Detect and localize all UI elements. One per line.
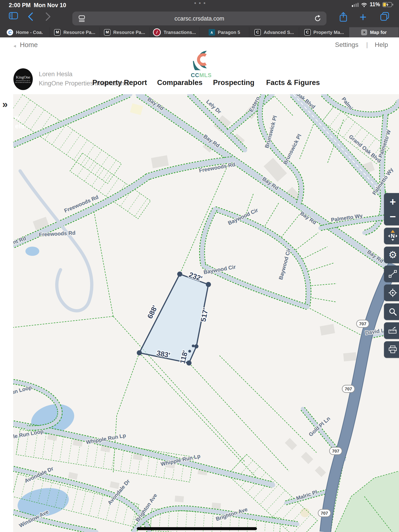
badge-line: PROPERTIES [16, 80, 30, 82]
gear-icon: ⚙ [388, 250, 397, 260]
ccmls-text-mls: MLS [200, 72, 212, 78]
parcel-vertex[interactable] [206, 282, 211, 287]
measure-distance-button[interactable] [384, 322, 399, 339]
browser-tab[interactable]: CProperty Ma... [299, 27, 349, 38]
hidden-layer-label: w [14, 113, 20, 121]
close-tab-icon[interactable]: × [361, 29, 367, 35]
svg-text:707: 707 [345, 386, 352, 391]
map-canvas[interactable]: Bay RdBay RdBay RdBay RdBay RdLely DrEst… [13, 94, 399, 532]
svg-text:707: 707 [332, 449, 339, 454]
ccmls-logo-icon [192, 49, 211, 71]
hidden-layer-label: els [15, 122, 25, 130]
home-indicator[interactable] [137, 527, 257, 530]
tab-overview-icon[interactable] [380, 12, 390, 22]
c-dark-favicon-icon: C [254, 29, 261, 36]
collapsed-side-panel: » [0, 94, 13, 532]
route-shield: 707 [318, 509, 331, 517]
battery-charging-icon [382, 2, 393, 8]
browser-tab[interactable]: CHome - Coa. [0, 27, 50, 38]
route-shield: 707 [342, 385, 355, 393]
search-icon [388, 307, 397, 316]
map-settings-button[interactable]: ⚙ [384, 247, 399, 263]
browser-tab[interactable]: ×Map for [349, 27, 399, 38]
camera-dots-icon: ● ● ● [194, 1, 206, 5]
address-bar[interactable]: ccarsc.crsdata.com [72, 12, 327, 25]
parcel-vertex[interactable] [187, 361, 192, 366]
transactions-red-favicon-icon: / [153, 28, 161, 36]
tab-label: Paragon 5 [218, 30, 240, 35]
coastal-wave-favicon-icon: C [7, 29, 13, 36]
compass-west-icon [388, 234, 390, 237]
svg-text:707: 707 [321, 511, 328, 516]
browser-tab[interactable]: /Transactions... [150, 27, 200, 38]
agent-brokerage-logo: KingOne PROPERTIES INTERNATIONAL [13, 68, 33, 90]
cellular-signal-icon [352, 2, 359, 7]
back-icon[interactable] [28, 13, 33, 21]
page-header: ◂ Home Settings | Help CCMLS KingOne PRO… [0, 38, 399, 95]
printer-icon [388, 345, 397, 354]
home-link[interactable]: Home [20, 41, 38, 49]
clock: 2:00 PM [9, 2, 31, 9]
tab-label: Resource Pa... [113, 30, 145, 35]
compass-north-icon [391, 230, 395, 233]
help-link[interactable]: Help [375, 41, 388, 49]
route-shield: 707 [329, 447, 342, 455]
sidebar-toggle-icon[interactable] [9, 12, 18, 20]
parcel-vertex[interactable] [177, 272, 182, 277]
print-button[interactable] [384, 341, 399, 358]
tab-label: Advanced S... [264, 30, 294, 35]
tab-label: Map for [370, 30, 386, 35]
crosshair-icon [388, 288, 397, 298]
compass-letter: N [391, 233, 395, 239]
map-container: Bay RdBay RdBay RdBay RdBay RdLely DrEst… [0, 94, 399, 532]
settings-link[interactable]: Settings [335, 41, 358, 49]
parcel-vertex[interactable] [137, 350, 142, 355]
browser-tab[interactable]: MResource Pa... [100, 27, 150, 38]
my-location-button[interactable] [384, 285, 399, 301]
browser-toolbar: ccarsc.crsdata.com + [0, 10, 399, 27]
badge-line: INTERNATIONAL [15, 82, 31, 83]
forward-icon[interactable] [45, 13, 51, 21]
compass-button[interactable]: N [384, 228, 399, 244]
new-tab-icon[interactable]: + [360, 10, 367, 24]
parcel-vertex[interactable] [192, 344, 194, 347]
nav-tab-prospecting[interactable]: Prospecting [213, 78, 254, 87]
nav-tab-facts-figures[interactable]: Facts & Figures [266, 78, 320, 87]
tab-label: Resource Pa... [63, 30, 95, 35]
tab-label: Property Ma... [314, 30, 344, 35]
browser-tab[interactable]: ∧Paragon 5 [200, 27, 250, 38]
compass-east-icon [396, 234, 397, 237]
zoom-out-button[interactable]: − [384, 209, 399, 224]
url-text: ccarsc.crsdata.com [174, 15, 224, 22]
c-dark-favicon-icon: C [304, 29, 311, 36]
route-shield: 707 [356, 320, 369, 327]
header-divider: | [366, 41, 368, 49]
battery-percent: 11% [370, 1, 380, 8]
svg-text:707: 707 [359, 321, 367, 326]
tab-label: Home - Coa. [16, 30, 43, 35]
ccmls-text-cc: CC [191, 72, 200, 78]
status-bar: 2:00 PM Mon Nov 10 ● ● ● 11% [0, 0, 399, 10]
m-dark-favicon-icon: M [54, 29, 61, 36]
share-icon[interactable] [339, 12, 348, 23]
page-format-icon[interactable] [78, 15, 85, 22]
badge-line: KingOne [16, 75, 30, 80]
ccmls-logo: CCMLS [191, 49, 212, 78]
agent-name: Loren Hesla [39, 71, 72, 78]
zoom-in-button[interactable]: + [384, 194, 399, 209]
parcel-vertex[interactable] [194, 344, 199, 348]
tab-label: Transactions... [164, 30, 196, 35]
date: Mon Nov 10 [34, 2, 66, 9]
nav-tab-property-report[interactable]: Property Report [92, 78, 147, 87]
ruler-icon [388, 326, 397, 335]
measure-segment-button[interactable] [384, 266, 399, 282]
browser-tab[interactable]: CAdvanced S... [249, 27, 299, 38]
map-search-button[interactable] [384, 304, 399, 320]
zoom-control: + − [384, 193, 399, 225]
reload-icon[interactable] [314, 15, 321, 22]
tab-bar: CHome - Coa.MResource Pa...MResource Pa.… [0, 27, 399, 38]
segment-icon [389, 270, 397, 278]
nav-tab-comparables[interactable]: Comparables [157, 78, 202, 87]
browser-tab[interactable]: MResource Pa... [50, 27, 100, 38]
expand-panel-icon[interactable]: » [2, 99, 8, 110]
